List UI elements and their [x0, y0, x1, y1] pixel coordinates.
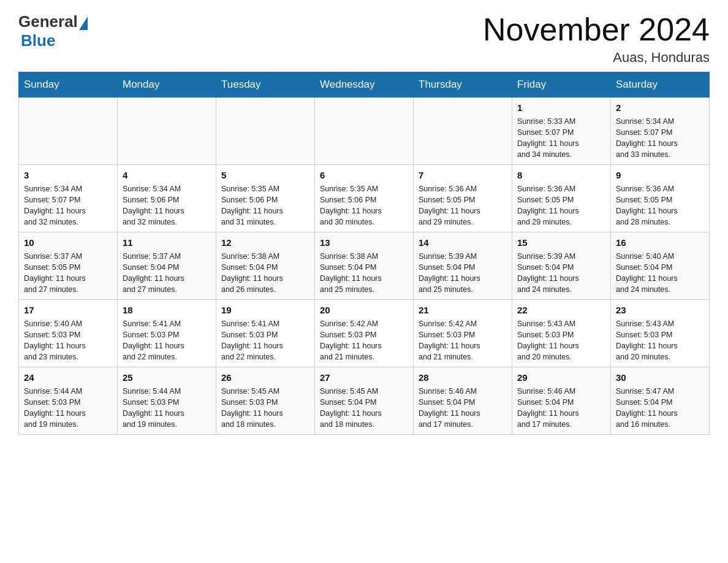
week-row-3: 10Sunrise: 5:37 AMSunset: 5:05 PMDayligh…: [19, 232, 710, 300]
day-number: 22: [517, 304, 605, 317]
calendar-cell: 14Sunrise: 5:39 AMSunset: 5:04 PMDayligh…: [414, 232, 512, 300]
weekday-header-sunday: Sunday: [19, 72, 118, 98]
day-number: 12: [221, 236, 309, 250]
logo-triangle-icon: [79, 17, 88, 30]
day-number: 30: [616, 371, 704, 385]
day-info: Sunrise: 5:37 AMSunset: 5:04 PMDaylight:…: [123, 251, 211, 296]
day-info: Sunrise: 5:43 AMSunset: 5:03 PMDaylight:…: [517, 318, 605, 363]
day-number: 26: [221, 371, 309, 385]
week-row-5: 24Sunrise: 5:44 AMSunset: 5:03 PMDayligh…: [19, 367, 710, 435]
day-number: 13: [320, 236, 408, 250]
day-info: Sunrise: 5:34 AMSunset: 5:07 PMDaylight:…: [24, 183, 112, 228]
page-header: General Blue November 2024 Auas, Hondura…: [18, 12, 710, 66]
month-year-title: November 2024: [483, 12, 710, 47]
logo-blue-text: Blue: [21, 31, 55, 50]
calendar-cell: 29Sunrise: 5:46 AMSunset: 5:04 PMDayligh…: [512, 367, 611, 435]
day-number: 27: [320, 371, 408, 385]
logo: General Blue: [18, 12, 89, 50]
day-number: 29: [517, 371, 605, 385]
weekday-header-row: SundayMondayTuesdayWednesdayThursdayFrid…: [19, 72, 710, 98]
day-info: Sunrise: 5:33 AMSunset: 5:07 PMDaylight:…: [517, 116, 605, 161]
calendar-cell: 13Sunrise: 5:38 AMSunset: 5:04 PMDayligh…: [315, 232, 414, 300]
calendar-cell: 9Sunrise: 5:36 AMSunset: 5:05 PMDaylight…: [611, 165, 710, 232]
day-info: Sunrise: 5:35 AMSunset: 5:06 PMDaylight:…: [221, 183, 309, 228]
day-number: 16: [616, 236, 704, 250]
calendar-cell: [19, 98, 118, 165]
location-subtitle: Auas, Honduras: [483, 50, 710, 66]
calendar-cell: 10Sunrise: 5:37 AMSunset: 5:05 PMDayligh…: [19, 232, 118, 300]
day-number: 23: [616, 304, 704, 317]
day-number: 15: [517, 236, 605, 250]
day-number: 28: [419, 371, 507, 385]
weekday-header-thursday: Thursday: [414, 72, 512, 98]
day-number: 25: [123, 371, 211, 385]
calendar-cell: 15Sunrise: 5:39 AMSunset: 5:04 PMDayligh…: [512, 232, 611, 300]
calendar-cell: 6Sunrise: 5:35 AMSunset: 5:06 PMDaylight…: [315, 165, 414, 232]
day-number: 6: [320, 169, 408, 182]
weekday-header-friday: Friday: [512, 72, 611, 98]
day-number: 10: [24, 236, 112, 250]
day-number: 20: [320, 304, 408, 317]
calendar-cell: 3Sunrise: 5:34 AMSunset: 5:07 PMDaylight…: [19, 165, 118, 232]
day-number: 11: [123, 236, 211, 250]
calendar-cell: [118, 98, 216, 165]
week-row-4: 17Sunrise: 5:40 AMSunset: 5:03 PMDayligh…: [19, 300, 710, 367]
day-info: Sunrise: 5:36 AMSunset: 5:05 PMDaylight:…: [517, 183, 605, 228]
weekday-header-wednesday: Wednesday: [315, 72, 414, 98]
day-info: Sunrise: 5:47 AMSunset: 5:04 PMDaylight:…: [616, 386, 704, 431]
day-info: Sunrise: 5:35 AMSunset: 5:06 PMDaylight:…: [320, 183, 408, 228]
calendar-table: SundayMondayTuesdayWednesdayThursdayFrid…: [18, 72, 710, 435]
calendar-cell: 8Sunrise: 5:36 AMSunset: 5:05 PMDaylight…: [512, 165, 611, 232]
weekday-header-saturday: Saturday: [611, 72, 710, 98]
calendar-cell: 17Sunrise: 5:40 AMSunset: 5:03 PMDayligh…: [19, 300, 118, 367]
calendar-cell: 18Sunrise: 5:41 AMSunset: 5:03 PMDayligh…: [118, 300, 216, 367]
day-info: Sunrise: 5:40 AMSunset: 5:04 PMDaylight:…: [616, 251, 704, 296]
calendar-cell: [315, 98, 414, 165]
day-number: 7: [419, 169, 507, 182]
day-info: Sunrise: 5:42 AMSunset: 5:03 PMDaylight:…: [320, 318, 408, 363]
calendar-cell: 5Sunrise: 5:35 AMSunset: 5:06 PMDaylight…: [216, 165, 315, 232]
calendar-cell: 12Sunrise: 5:38 AMSunset: 5:04 PMDayligh…: [216, 232, 315, 300]
day-info: Sunrise: 5:44 AMSunset: 5:03 PMDaylight:…: [24, 386, 112, 431]
day-number: 24: [24, 371, 112, 385]
day-info: Sunrise: 5:41 AMSunset: 5:03 PMDaylight:…: [221, 318, 309, 363]
calendar-cell: 25Sunrise: 5:44 AMSunset: 5:03 PMDayligh…: [118, 367, 216, 435]
day-info: Sunrise: 5:39 AMSunset: 5:04 PMDaylight:…: [517, 251, 605, 296]
title-section: November 2024 Auas, Honduras: [483, 12, 710, 66]
day-info: Sunrise: 5:39 AMSunset: 5:04 PMDaylight:…: [419, 251, 507, 296]
day-info: Sunrise: 5:46 AMSunset: 5:04 PMDaylight:…: [517, 386, 605, 431]
calendar-cell: 16Sunrise: 5:40 AMSunset: 5:04 PMDayligh…: [611, 232, 710, 300]
calendar-cell: 20Sunrise: 5:42 AMSunset: 5:03 PMDayligh…: [315, 300, 414, 367]
day-info: Sunrise: 5:42 AMSunset: 5:03 PMDaylight:…: [419, 318, 507, 363]
logo-general-text: General: [18, 12, 78, 31]
day-info: Sunrise: 5:37 AMSunset: 5:05 PMDaylight:…: [24, 251, 112, 296]
week-row-2: 3Sunrise: 5:34 AMSunset: 5:07 PMDaylight…: [19, 165, 710, 232]
calendar-cell: [414, 98, 512, 165]
calendar-cell: 22Sunrise: 5:43 AMSunset: 5:03 PMDayligh…: [512, 300, 611, 367]
day-number: 14: [419, 236, 507, 250]
day-info: Sunrise: 5:45 AMSunset: 5:03 PMDaylight:…: [221, 386, 309, 431]
day-info: Sunrise: 5:43 AMSunset: 5:03 PMDaylight:…: [616, 318, 704, 363]
day-info: Sunrise: 5:34 AMSunset: 5:06 PMDaylight:…: [123, 183, 211, 228]
week-row-1: 1Sunrise: 5:33 AMSunset: 5:07 PMDaylight…: [19, 98, 710, 165]
calendar-cell: 23Sunrise: 5:43 AMSunset: 5:03 PMDayligh…: [611, 300, 710, 367]
day-info: Sunrise: 5:34 AMSunset: 5:07 PMDaylight:…: [616, 116, 704, 161]
calendar-cell: [216, 98, 315, 165]
day-info: Sunrise: 5:41 AMSunset: 5:03 PMDaylight:…: [123, 318, 211, 363]
day-info: Sunrise: 5:36 AMSunset: 5:05 PMDaylight:…: [616, 183, 704, 228]
calendar-cell: 30Sunrise: 5:47 AMSunset: 5:04 PMDayligh…: [611, 367, 710, 435]
calendar-cell: 19Sunrise: 5:41 AMSunset: 5:03 PMDayligh…: [216, 300, 315, 367]
day-number: 1: [517, 101, 605, 115]
calendar-cell: 27Sunrise: 5:45 AMSunset: 5:04 PMDayligh…: [315, 367, 414, 435]
day-number: 21: [419, 304, 507, 317]
day-number: 4: [123, 169, 211, 182]
day-number: 17: [24, 304, 112, 317]
day-info: Sunrise: 5:46 AMSunset: 5:04 PMDaylight:…: [419, 386, 507, 431]
calendar-cell: 21Sunrise: 5:42 AMSunset: 5:03 PMDayligh…: [414, 300, 512, 367]
day-number: 8: [517, 169, 605, 182]
calendar-cell: 26Sunrise: 5:45 AMSunset: 5:03 PMDayligh…: [216, 367, 315, 435]
day-info: Sunrise: 5:44 AMSunset: 5:03 PMDaylight:…: [123, 386, 211, 431]
day-info: Sunrise: 5:40 AMSunset: 5:03 PMDaylight:…: [24, 318, 112, 363]
day-number: 3: [24, 169, 112, 182]
day-info: Sunrise: 5:36 AMSunset: 5:05 PMDaylight:…: [419, 183, 507, 228]
